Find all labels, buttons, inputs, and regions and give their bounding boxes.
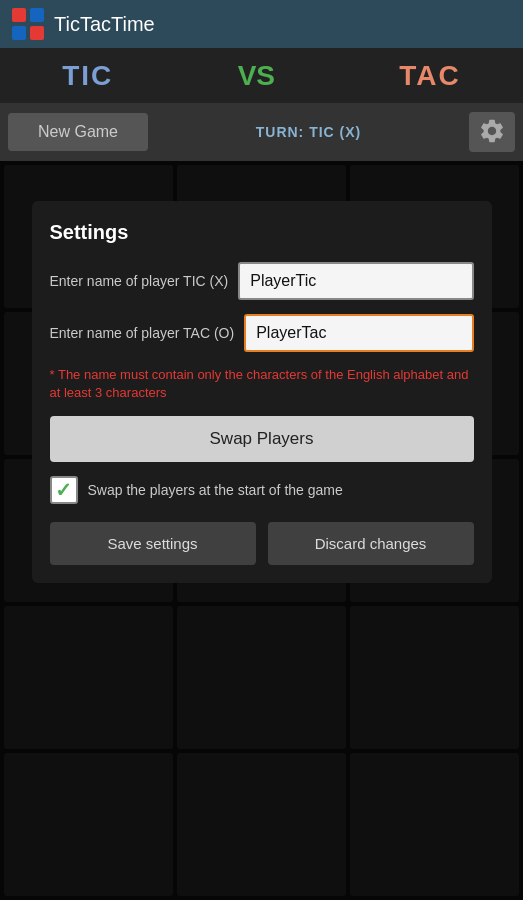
- player-tac-input[interactable]: [244, 314, 473, 352]
- settings-dialog: Settings Enter name of player TIC (X) En…: [32, 201, 492, 583]
- validation-message: * The name must contain only the charact…: [50, 366, 474, 402]
- save-settings-button[interactable]: Save settings: [50, 522, 256, 565]
- auto-swap-label: Swap the players at the start of the gam…: [88, 482, 343, 498]
- score-vs: VS: [238, 60, 275, 92]
- discard-changes-button[interactable]: Discard changes: [268, 522, 474, 565]
- svg-rect-0: [12, 8, 26, 22]
- app-title: TicTacTime: [54, 13, 155, 36]
- gear-icon: [478, 117, 506, 148]
- auto-swap-row: ✓ Swap the players at the start of the g…: [50, 476, 474, 504]
- toolbar: New Game TURN: TIC (X): [0, 103, 523, 161]
- score-tic: TIC: [62, 60, 113, 92]
- app-bar: TicTacTime: [0, 0, 523, 48]
- player-tac-row: Enter name of player TAC (O): [50, 314, 474, 352]
- swap-players-button[interactable]: Swap Players: [50, 416, 474, 462]
- svg-rect-3: [30, 26, 44, 40]
- svg-rect-2: [12, 26, 26, 40]
- actions-row: Save settings Discard changes: [50, 522, 474, 565]
- new-game-button[interactable]: New Game: [8, 113, 148, 151]
- player-tic-input[interactable]: [238, 262, 473, 300]
- checkbox-check-icon: ✓: [55, 480, 72, 500]
- score-header: TIC VS TAC: [0, 48, 523, 103]
- settings-button[interactable]: [469, 112, 515, 152]
- settings-overlay: Settings Enter name of player TIC (X) En…: [0, 161, 523, 900]
- auto-swap-checkbox[interactable]: ✓: [50, 476, 78, 504]
- turn-indicator: TURN: TIC (X): [256, 124, 362, 140]
- player-tic-row: Enter name of player TIC (X): [50, 262, 474, 300]
- settings-title: Settings: [50, 221, 474, 244]
- app-icon: [12, 8, 44, 40]
- player-tac-label: Enter name of player TAC (O): [50, 325, 235, 341]
- player-tic-label: Enter name of player TIC (X): [50, 273, 229, 289]
- svg-rect-1: [30, 8, 44, 22]
- score-tac: TAC: [399, 60, 460, 92]
